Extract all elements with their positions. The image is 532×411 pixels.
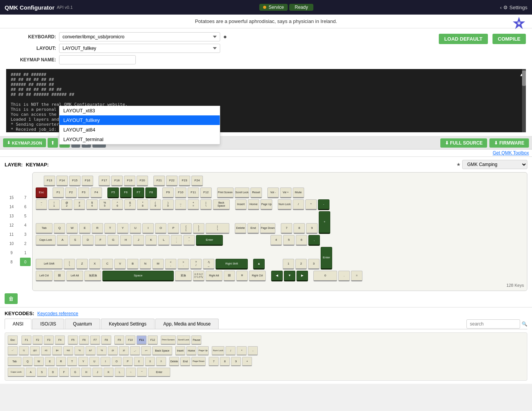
key-num-6[interactable]: 6	[296, 235, 307, 246]
kc-f8[interactable]: F8	[101, 335, 111, 345]
kc-t[interactable]: T	[67, 357, 77, 366]
layer-9[interactable]: 9	[6, 248, 17, 257]
kc-0[interactable]: )0	[119, 346, 129, 355]
key-q[interactable]: Q	[54, 223, 65, 234]
key-num-9[interactable]: 9	[306, 223, 318, 234]
kc-caps-lock[interactable]: Caps Lock	[8, 368, 25, 377]
key-page-down[interactable]: Page Down	[260, 223, 275, 234]
kc-u[interactable]: U	[89, 357, 99, 366]
key-h[interactable]: H	[120, 235, 132, 246]
full-source-button[interactable]: ⬇ FULL SOURCE	[440, 138, 487, 148]
key-f16[interactable]: F16	[82, 176, 93, 186]
tab-quantum[interactable]: Quantum	[65, 319, 100, 329]
key-caps-lock[interactable]: Caps Lock	[36, 235, 56, 246]
key-enter[interactable]: Enter	[196, 235, 223, 246]
kc-w[interactable]: W	[34, 357, 44, 366]
key-down[interactable]: ▼	[284, 271, 295, 281]
key-muhenkan[interactable]: 無変換	[84, 271, 101, 281]
key-backslash2[interactable]: |\	[64, 259, 75, 270]
firmware-button[interactable]: ⬇ FIRMWARE	[489, 138, 529, 148]
layout-option-terminal[interactable]: LAYOUT_terminal	[59, 135, 220, 144]
key-minus[interactable]: _-	[175, 199, 186, 210]
key-scroll-lock[interactable]: Scroll Lock	[235, 187, 249, 198]
layer-3[interactable]: 3	[20, 230, 31, 238]
key-f4[interactable]: F4	[91, 187, 102, 198]
key-num-lock[interactable]: Num Lock	[278, 199, 292, 210]
kc-num-star2[interactable]: *	[237, 346, 247, 355]
key-left[interactable]: ◀	[271, 271, 283, 281]
kc-minus[interactable]: _-	[130, 346, 140, 355]
kc-lbracket2[interactable]: {[	[134, 357, 144, 366]
tab-iso-jis[interactable]: ISO/JIS	[32, 319, 64, 329]
tab-keyboard-settings[interactable]: Keyboard Settings	[101, 319, 155, 329]
theme-select[interactable]: GMK Camping	[462, 160, 527, 169]
layer-2[interactable]: 2	[20, 239, 31, 248]
kc-f6[interactable]: F6	[79, 335, 89, 345]
kc-j[interactable]: J	[92, 368, 102, 377]
key-f19[interactable]: F19	[124, 176, 135, 186]
kc-6[interactable]: ^6	[74, 346, 84, 355]
key-f24[interactable]: F24	[191, 176, 203, 186]
layer-13[interactable]: 13	[6, 212, 17, 220]
key-equals[interactable]: +=	[188, 199, 199, 210]
key-x[interactable]: X	[89, 259, 100, 270]
kc-page-up[interactable]: Page Up	[198, 346, 209, 355]
key-f10[interactable]: F10	[175, 187, 186, 198]
layer-0[interactable]: 0	[20, 258, 31, 266]
layout-option-at84[interactable]: LAYOUT_at84	[59, 125, 220, 135]
key-t[interactable]: T	[104, 223, 116, 234]
key-henkan[interactable]: 変換	[175, 271, 192, 281]
key-left-alt[interactable]: Left Alt	[66, 271, 83, 281]
key-f12[interactable]: F12	[200, 187, 212, 198]
key-semicolon[interactable]: :;	[171, 235, 182, 246]
layer-12[interactable]: 12	[6, 221, 17, 229]
layer-4[interactable]: 4	[20, 221, 31, 229]
kc-4[interactable]: $4	[52, 346, 62, 355]
kc-k[interactable]: K	[104, 368, 114, 377]
key-home[interactable]: Home	[248, 199, 259, 210]
kc-num-lock[interactable]: Num Lock	[212, 346, 224, 355]
key-backslash-top[interactable]: |\	[200, 199, 212, 210]
key-f2[interactable]: F2	[65, 187, 77, 198]
layer-15[interactable]: 15	[6, 193, 17, 202]
kc-f2[interactable]: F2	[33, 335, 43, 345]
key-a[interactable]: A	[57, 235, 68, 246]
kc-num-7[interactable]: 7	[209, 357, 219, 366]
key-menu[interactable]: ≡	[236, 271, 248, 281]
key-num-equals[interactable]: =	[351, 271, 362, 281]
key-f22[interactable]: F22	[166, 176, 178, 186]
kc-s[interactable]: S	[37, 368, 47, 377]
key-up[interactable]: ▲	[253, 259, 265, 270]
kc-3[interactable]: #3	[41, 346, 51, 355]
key-left-win[interactable]: ⊞	[54, 271, 65, 281]
key-reset[interactable]: Reset	[250, 187, 262, 198]
kc-f3[interactable]: F3	[44, 335, 54, 345]
key-l[interactable]: L	[158, 235, 170, 246]
key-f21[interactable]: F21	[153, 176, 165, 186]
layer-8[interactable]: 8	[6, 258, 17, 266]
key-quote[interactable]: "'	[183, 235, 195, 246]
key-5[interactable]: %5	[99, 199, 110, 210]
key-backtick[interactable]: ~`	[36, 199, 47, 210]
key-s[interactable]: S	[69, 235, 81, 246]
key-page-up[interactable]: Page Up	[260, 199, 272, 210]
key-num-2[interactable]: 2	[295, 259, 307, 270]
kc-end[interactable]: End	[180, 357, 190, 366]
key-right[interactable]: ▶	[296, 271, 308, 281]
key-vol-down[interactable]: Vol -	[267, 187, 279, 198]
kc-a[interactable]: A	[26, 368, 36, 377]
kc-f1[interactable]: F1	[21, 335, 31, 345]
kc-8[interactable]: *8	[97, 346, 107, 355]
key-f23[interactable]: F23	[179, 176, 190, 186]
delete-layer-button[interactable]: 🗑	[5, 293, 18, 304]
key-left-shift[interactable]: Left Shift	[36, 259, 63, 270]
key-7[interactable]: &7	[124, 199, 136, 210]
key-num-1[interactable]: 1	[283, 259, 294, 270]
key-4[interactable]: $4	[86, 199, 98, 210]
kc-f[interactable]: F	[59, 368, 69, 377]
key-backspace[interactable]: BackSpace	[213, 199, 230, 210]
kc-backspace[interactable]: Back Space	[152, 346, 172, 355]
github-icon[interactable]: ●	[223, 33, 227, 40]
key-num-comma[interactable]: ,	[308, 235, 320, 246]
kc-y[interactable]: Y	[78, 357, 88, 366]
